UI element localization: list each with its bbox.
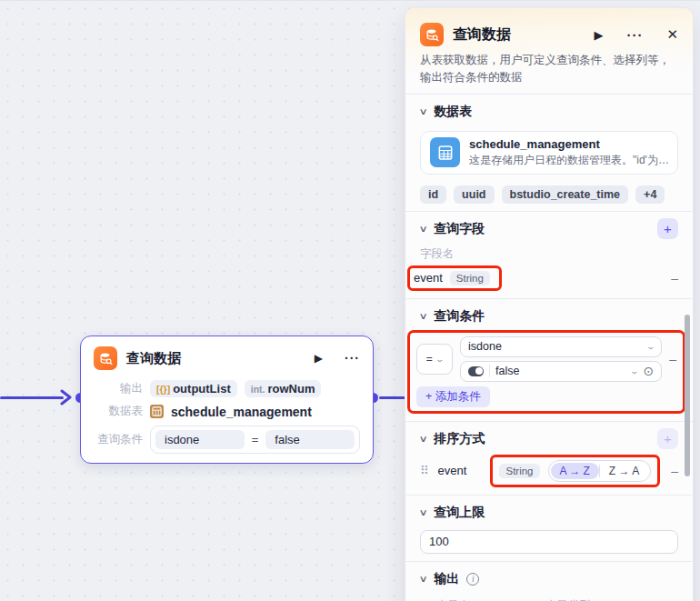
divider xyxy=(489,365,490,377)
edge-stub-line xyxy=(379,396,405,399)
run-node-button[interactable]: ▶ xyxy=(315,352,323,365)
sort-asc-option[interactable]: A → Z xyxy=(551,463,599,479)
output-variable-tag: [{}] outputList xyxy=(150,380,237,397)
chevron-down-icon: ⌄ xyxy=(645,342,655,351)
output-variable-name: rowNum xyxy=(267,382,315,396)
section-sort-header[interactable]: ∨ 排序方式 + xyxy=(420,429,678,449)
node-table-name: schedule_management xyxy=(171,405,312,419)
annotation-highlight: String A → Z Z → A xyxy=(490,455,660,487)
panel-more-button[interactable]: ··· xyxy=(626,27,643,43)
field-name: event xyxy=(414,271,443,285)
chevron-down-icon: ∨ xyxy=(419,311,428,321)
table-card[interactable]: schedule_management 这是存储用户日程的数据管理表。"id'为… xyxy=(420,131,678,175)
table-card-title: schedule_management xyxy=(469,137,671,151)
panel-scrollbar[interactable] xyxy=(685,315,690,476)
section-title: 排序方式 xyxy=(434,431,485,447)
condition-label: 查询条件 xyxy=(94,432,143,447)
annotation-highlight: = ⌄ isdone ⌄ false ⌄ ⊙ xyxy=(407,330,685,414)
section-table-header[interactable]: ∨ 数据表 xyxy=(420,102,678,122)
output-variable-tag: int. rowNum xyxy=(245,380,322,397)
section-title: 输出 xyxy=(434,571,459,587)
condition-field-value: isdone xyxy=(468,340,502,353)
integer-type-icon: int. xyxy=(251,384,265,395)
chevron-down-icon: ⌄ xyxy=(435,355,445,364)
panel-header: 查询数据 ▶ ··· ✕ xyxy=(420,23,678,46)
node-condition-row: 查询条件 isdone = false xyxy=(94,426,360,454)
operator-value: = xyxy=(426,353,433,366)
panel-close-button[interactable]: ✕ xyxy=(666,26,678,43)
panel-run-button[interactable]: ▶ xyxy=(594,28,603,42)
section-title: 查询条件 xyxy=(434,308,485,325)
condition-field-select[interactable]: isdone ⌄ xyxy=(460,336,662,357)
remove-field-button[interactable]: – xyxy=(671,272,678,285)
node-table-row: 数据表 schedule_management xyxy=(94,404,360,419)
section-limit-header[interactable]: ∨ 查询上限 xyxy=(420,503,678,523)
sort-direction-segmented-control: A → Z Z → A xyxy=(548,460,652,482)
section-title: 查询字段 xyxy=(434,221,485,237)
query-data-node[interactable]: 查询数据 ▶ ··· 输出 [{}] outputList int. rowNu… xyxy=(80,336,374,464)
add-field-button[interactable]: + xyxy=(657,218,678,239)
chevron-down-icon: ∨ xyxy=(419,106,428,116)
section-output: ∨ 输出 i 变量名 变量类型 xyxy=(420,562,678,601)
section-fields-header[interactable]: ∨ 查询字段 + xyxy=(420,219,678,239)
operator-select[interactable]: = ⌄ xyxy=(416,344,453,375)
table-card-description: 这是存储用户日程的数据管理表。"id'为自增唯一… xyxy=(469,153,671,168)
sort-row: ⠿ event String A → Z Z → A – xyxy=(420,455,678,487)
panel-description: 从表获取数据，用户可定义查询条件、选择列等，输出符合条件的数据 xyxy=(420,52,678,86)
node-header: 查询数据 ▶ ··· xyxy=(94,346,360,370)
node-output-row: 输出 [{}] outputList int. rowNum xyxy=(94,380,360,397)
section-limit: ∨ 查询上限 100 xyxy=(420,496,678,554)
edge-line xyxy=(0,396,64,399)
node-more-button[interactable]: ··· xyxy=(345,351,360,366)
sort-type-badge: String xyxy=(499,464,539,478)
drag-handle-icon[interactable]: ⠿ xyxy=(420,464,429,477)
column-tag-more[interactable]: +4 xyxy=(635,185,665,204)
output-variable-name: outputList xyxy=(173,382,231,396)
condition-value: false xyxy=(495,365,519,377)
remove-sort-button[interactable]: – xyxy=(671,465,678,477)
column-tag[interactable]: uuid xyxy=(454,185,494,204)
remove-condition-button[interactable]: – xyxy=(669,353,676,366)
chevron-down-icon: ∨ xyxy=(419,224,428,234)
variable-name-column-label: 变量名 xyxy=(436,598,545,601)
table-column-tags: id uuid bstudio_create_time +4 xyxy=(420,185,678,204)
section-conditions: ∨ 查询条件 = ⌄ isdone ⌄ xyxy=(420,299,678,414)
field-type-badge: String xyxy=(450,271,490,285)
table-icon xyxy=(150,405,164,418)
sort-desc-option[interactable]: Z → A xyxy=(600,463,648,479)
database-icon xyxy=(94,346,117,370)
condition-value: false xyxy=(265,430,355,449)
info-icon: i xyxy=(466,573,479,586)
section-output-header[interactable]: ∨ 输出 i xyxy=(420,569,678,589)
chevron-down-icon: ∨ xyxy=(419,434,428,444)
sort-field-name: event xyxy=(438,464,467,477)
table-label: 数据表 xyxy=(94,404,143,419)
node-title: 查询数据 xyxy=(126,350,305,367)
limit-input[interactable]: 100 xyxy=(420,530,678,554)
workflow-canvas[interactable]: 查询数据 ▶ ··· 输出 [{}] outputList int. rowNu… xyxy=(0,0,700,601)
field-name-column-label: 字段名 xyxy=(420,246,678,262)
edge-arrow-icon xyxy=(60,389,73,409)
annotation-highlight: event String xyxy=(407,265,502,291)
settings-icon[interactable]: ⊙ xyxy=(643,364,654,378)
chevron-down-icon: ⌄ xyxy=(629,366,639,376)
panel-title: 查询数据 xyxy=(453,25,585,45)
output-column-labels: 变量名 变量类型 xyxy=(420,598,678,601)
section-sort: ∨ 排序方式 + ⠿ event String A → Z Z → A – xyxy=(420,422,678,487)
table-icon xyxy=(430,137,460,167)
add-sort-button[interactable]: + xyxy=(657,428,678,449)
node-condition-box: isdone = false xyxy=(150,426,360,454)
section-conditions-header[interactable]: ∨ 查询条件 xyxy=(420,306,678,326)
column-tag[interactable]: id xyxy=(420,185,446,204)
condition-field: isdone xyxy=(155,430,245,449)
condition-value-select[interactable]: false ⌄ ⊙ xyxy=(460,361,662,382)
column-tag[interactable]: bstudio_create_time xyxy=(502,185,629,204)
node-config-panel: 查询数据 ▶ ··· ✕ 从表获取数据，用户可定义查询条件、选择列等，输出符合条… xyxy=(405,8,693,601)
chevron-down-icon: ∨ xyxy=(419,507,428,517)
chevron-down-icon: ∨ xyxy=(419,574,428,584)
add-condition-button[interactable]: + 添加条件 xyxy=(416,386,490,407)
variable-type-column-label: 变量类型 xyxy=(545,598,591,601)
section-title: 数据表 xyxy=(434,104,472,120)
output-label: 输出 xyxy=(94,381,143,396)
condition-operator: = xyxy=(252,433,259,446)
